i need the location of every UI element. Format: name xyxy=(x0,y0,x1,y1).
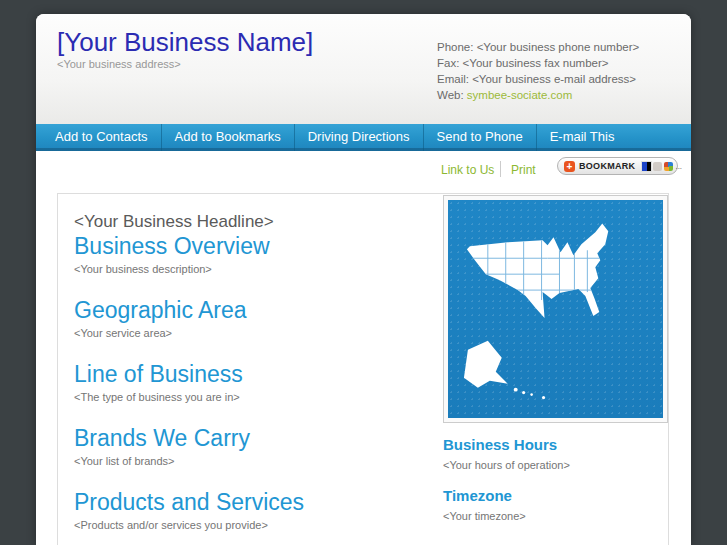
nav-add-to-bookmarks[interactable]: Add to Bookmarks xyxy=(161,124,294,151)
section-placeholder: <Your list of brands> xyxy=(74,454,433,468)
nav-send-to-phone[interactable]: Send to Phone xyxy=(423,124,536,151)
section-placeholder: <Your business description> xyxy=(74,262,433,276)
stumbleupon-icon xyxy=(653,162,662,171)
section-title: Brands We Carry xyxy=(74,424,433,452)
business-headline: <Your Business Headline> xyxy=(74,211,433,232)
section-title: Geographic Area xyxy=(74,296,433,324)
website-link[interactable]: symbee-sociate.com xyxy=(467,89,572,101)
page: { "colors": { "page_background": "#3b414… xyxy=(0,0,727,545)
action-bar: Add to Contacts Add to Bookmarks Driving… xyxy=(36,124,691,151)
print-link[interactable]: Print xyxy=(511,163,536,177)
bookmark-plus-icon: + xyxy=(564,161,575,172)
content-box: <Your Business Headline> Business Overvi… xyxy=(57,193,669,545)
page-card: [Your Business Name] <Your business addr… xyxy=(36,14,691,545)
link-to-us-link[interactable]: Link to Us xyxy=(441,163,494,177)
section-placeholder: <Your service area> xyxy=(74,326,433,340)
sidebar-section-placeholder: <Your timezone> xyxy=(443,509,661,523)
map-frame xyxy=(443,195,668,423)
us-map-icon xyxy=(448,200,663,418)
sidebar-section-placeholder: <Your hours of operation> xyxy=(443,458,661,472)
us-map-image xyxy=(448,200,663,418)
contact-web-label: Web: xyxy=(437,89,467,101)
msn-icon xyxy=(664,162,673,171)
section-geographic-area: Geographic Area <Your service area> xyxy=(74,296,433,340)
header: [Your Business Name] <Your business addr… xyxy=(36,14,691,124)
business-name: [Your Business Name] xyxy=(57,27,313,58)
section-placeholder: <The type of business you are in> xyxy=(74,390,433,404)
sidebar-section-title-timezone: Timezone xyxy=(443,487,661,505)
sidebar-section-title-business-hours: Business Hours xyxy=(443,436,661,454)
bookmark-label: BOOKMARK xyxy=(579,161,635,171)
main-column: <Your Business Headline> Business Overvi… xyxy=(58,194,443,545)
sub-nav: Link to Us Print + BOOKMARK ... xyxy=(36,151,691,193)
contact-phone: Phone: <Your business phone number> xyxy=(437,39,639,55)
section-placeholder: <Products and/or services you provide> xyxy=(74,518,433,532)
section-products-and-services: Products and Services <Products and/or s… xyxy=(74,488,433,532)
contact-fax: Fax: <Your business fax number> xyxy=(437,55,639,71)
section-title: Line of Business xyxy=(74,360,433,388)
contact-web: Web: symbee-sociate.com xyxy=(437,87,639,103)
nav-driving-directions[interactable]: Driving Directions xyxy=(294,124,423,151)
contact-block: Phone: <Your business phone number> Fax:… xyxy=(437,39,639,103)
section-title: Products and Services xyxy=(74,488,433,516)
contact-email: Email: <Your business e-mail address> xyxy=(437,71,639,87)
section-business-overview: Business Overview <Your business descrip… xyxy=(74,232,433,276)
sidebar-column: Business Hours <Your hours of operation>… xyxy=(443,194,668,545)
bookmark-more-dots: ... xyxy=(675,162,682,171)
subnav-divider xyxy=(500,161,501,177)
nav-email-this[interactable]: E-mail This xyxy=(536,124,628,151)
delicious-icon xyxy=(642,162,651,171)
nav-add-to-contacts[interactable]: Add to Contacts xyxy=(42,124,161,151)
section-line-of-business: Line of Business <The type of business y… xyxy=(74,360,433,404)
section-brands-we-carry: Brands We Carry <Your list of brands> xyxy=(74,424,433,468)
section-title: Business Overview xyxy=(74,232,433,260)
business-address: <Your business address> xyxy=(57,58,181,70)
bookmark-button[interactable]: + BOOKMARK ... xyxy=(557,157,678,175)
sidebar-sections: Business Hours <Your hours of operation>… xyxy=(443,436,661,523)
